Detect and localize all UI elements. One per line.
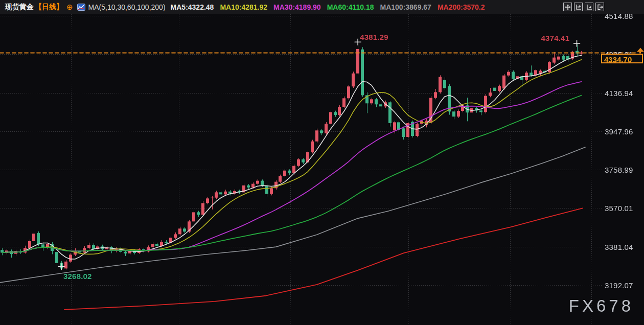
ma-settings-label: MA(5,10,30,60,100,200) (88, 3, 166, 11)
y-axis-label-2: 4136.94 (605, 89, 633, 98)
ma-values: MA5:4322.48MA10:4281.92MA30:4189.90MA60:… (171, 3, 491, 11)
y-axis-label-6: 3381.04 (605, 243, 633, 251)
current-price-tag: 4334.70 (601, 54, 643, 63)
chart-header: 现货黄金 【日线】 ⊕ MA(5,10,30,60,100,200) MA5:4… (0, 0, 644, 14)
trend-scale-icon[interactable] (585, 3, 593, 11)
mini-chart-icon[interactable] (77, 4, 85, 11)
low-price-label: 3268.02 (63, 272, 92, 281)
trading-chart-app: 现货黄金 【日线】 ⊕ MA(5,10,30,60,100,200) MA5:4… (0, 0, 644, 325)
ma-value-2: MA30:4189.90 (273, 3, 321, 11)
ma-value-3: MA60:4110.18 (327, 3, 374, 11)
y-axis-label-4: 3758.99 (605, 166, 633, 174)
add-instrument-icon[interactable]: ⊕ (66, 3, 73, 12)
ma-value-1: MA10:4281.92 (220, 3, 267, 11)
y-axis-label-7: 3192.07 (605, 281, 633, 290)
chart-toolbar (563, 3, 641, 11)
y-axis-label-3: 3947.96 (605, 127, 633, 136)
chart-canvas[interactable] (0, 0, 644, 325)
watermark: FX678 (569, 296, 634, 316)
instrument-title: 现货黄金 (5, 3, 34, 12)
high-price-label: 4374.41 (541, 34, 570, 42)
y-axis-label-5: 3570.01 (605, 204, 633, 213)
high-price-label: 4381.29 (360, 33, 388, 41)
candle-scale-icon[interactable] (574, 3, 583, 11)
ma-value-4: MA100:3869.67 (380, 3, 431, 11)
exit-icon[interactable] (595, 3, 604, 11)
ma-value-5: MA200:3570.2 (438, 3, 485, 11)
period-label: 【日线】 (35, 3, 63, 12)
ma-value-0: MA5:4322.48 (171, 3, 214, 11)
pan-crosshair-icon[interactable] (563, 3, 572, 11)
